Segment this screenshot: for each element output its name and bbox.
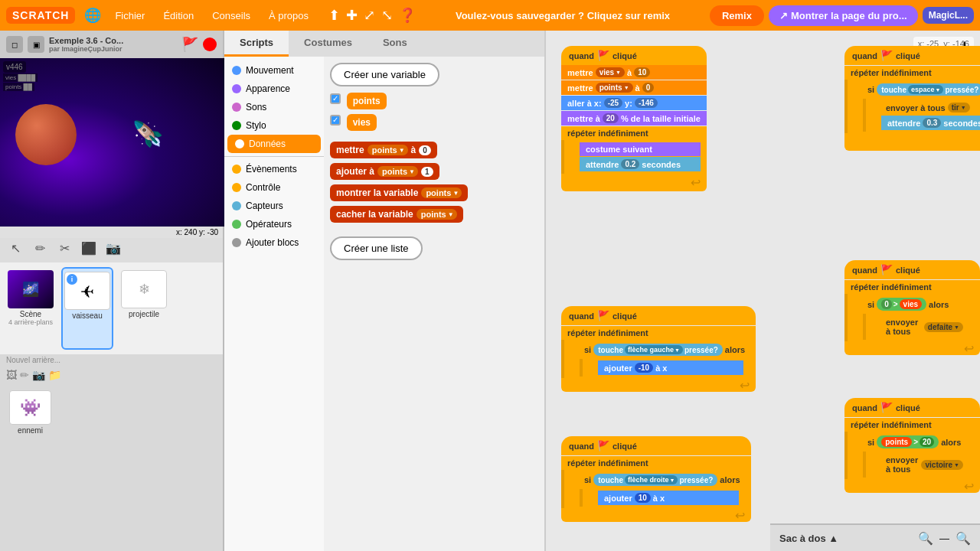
block-si-fleche-gauche[interactable]: si touche flèche gauche▼ pressée? alors [580, 341, 750, 358]
scratch-logo[interactable]: SCRATCH [6, 7, 75, 24]
expand-icon[interactable]: ⤢ [364, 7, 375, 24]
block-repeter-indefiniment-1[interactable]: répéter indéfiniment [561, 126, 707, 140]
add-icon[interactable]: ✚ [346, 7, 358, 24]
block-repeter-indefiniment-4[interactable]: répéter indéfiniment [844, 280, 980, 294]
resize-icon[interactable]: ⤡ [381, 7, 393, 24]
cat-donnees[interactable]: Données [227, 135, 321, 153]
points-dropdown2[interactable]: points [377, 166, 418, 177]
cat-ajouter[interactable]: Ajouter blocs [224, 233, 324, 252]
cat-stylo[interactable]: Stylo [224, 116, 324, 135]
green-flag-button[interactable]: 🚩 [181, 36, 198, 53]
block-si-points-20[interactable]: si points > 20 alors [863, 433, 974, 451]
cat-mouvement[interactable]: Mouvement [224, 61, 324, 80]
block-ajouter-neg10-x[interactable]: ajouter -10 à x [598, 360, 743, 375]
zoom-in-icon[interactable]: 🔍 [956, 531, 971, 546]
block-costume-suivant[interactable]: costume suivant [580, 142, 701, 156]
block-si-fleche-droite[interactable]: si touche flèche droite▼ pressée? alors [580, 471, 745, 488]
block-montrer[interactable]: montrer la variable points [330, 184, 468, 201]
add-camera-icon[interactable]: 📷 [32, 369, 45, 381]
script-group-1[interactable]: quand 🚩 cliqué mettre vies▼ à 10 mettre … [561, 46, 707, 191]
checkbox-vies[interactable] [330, 115, 341, 126]
ennemi-row: 👾 ennemi [0, 384, 223, 441]
hat-block-1[interactable]: quand 🚩 cliqué [561, 46, 707, 65]
help-icon[interactable]: ❓ [399, 7, 416, 24]
info-badge[interactable]: i [67, 274, 77, 285]
script-group-2[interactable]: quand 🚩 cliqué répéter indéfiniment si t… [844, 46, 980, 151]
copy-tool[interactable]: ⬛ [80, 241, 98, 259]
tab-scripts[interactable]: Scripts [224, 31, 289, 57]
hat-block-4[interactable]: quand 🚩 cliqué [844, 260, 980, 279]
block-attendre-1[interactable]: attendre 0.2 secondes [580, 157, 701, 171]
hat-block-6[interactable]: quand 🚩 cliqué [561, 436, 751, 455]
creer-variable-button[interactable]: Créer une variable [330, 63, 439, 86]
script-area[interactable]: x: -25 y: -146 ✈ quand 🚩 cliqué mettre v… [546, 31, 980, 551]
stage-mode-normal[interactable]: ▣ [28, 36, 44, 53]
script-group-4[interactable]: quand 🚩 cliqué répéter indéfiniment si 0… [844, 260, 980, 356]
block-ajouter[interactable]: ajouter à points 1 [330, 163, 439, 180]
cat-evenements[interactable]: Évènements [224, 160, 324, 178]
cat-operateurs[interactable]: Opérateurs [224, 215, 324, 233]
conseils-menu[interactable]: Conseils [207, 7, 255, 24]
points-dropdown[interactable]: points [368, 145, 408, 155]
block-var-vies[interactable]: vies [347, 114, 377, 131]
block-var-points[interactable]: points [347, 93, 387, 109]
sprite-item-scene[interactable]: 🌌 Scène 4 arrière-plans [5, 267, 57, 350]
block-envoyer-tir[interactable]: envoyer à tous tir▼ [881, 100, 980, 115]
fichier-menu[interactable]: Fichier [110, 7, 149, 24]
block-si-0-vies[interactable]: si 0 > vies alors [863, 295, 974, 313]
block-ajouter-10-x[interactable]: ajouter 10 à x [598, 491, 739, 505]
stage-mode-small[interactable]: ◻ [6, 36, 23, 53]
montrer-button[interactable]: ↗ Montrer la page du pro... [769, 5, 918, 26]
points-dropdown4[interactable]: points [416, 209, 457, 220]
stop-button[interactable] [203, 37, 217, 51]
block-repeter-indefiniment-6[interactable]: répéter indéfiniment [561, 456, 751, 470]
block-attendre-2[interactable]: attendre 0.3 secondes [881, 116, 980, 130]
points-dropdown3[interactable]: points [421, 187, 462, 198]
cat-sons[interactable]: Sons [224, 98, 324, 116]
tab-sons[interactable]: Sons [368, 31, 423, 57]
block-aller-xy[interactable]: aller à x: -25 y: -146 [561, 96, 707, 110]
zoom-out-icon[interactable]: 🔍 [918, 531, 933, 546]
hat-block-5[interactable]: quand 🚩 cliqué [844, 398, 980, 417]
sprite-item-projectile[interactable]: ❄ projectile [118, 267, 170, 350]
grow-tool[interactable]: 📷 [104, 241, 122, 259]
sprite-item-ennemi[interactable]: 👾 ennemi [6, 387, 54, 438]
script-group-3[interactable]: quand 🚩 cliqué répéter indéfiniment si t… [561, 306, 756, 393]
script-group-6[interactable]: quand 🚩 cliqué répéter indéfiniment si t… [561, 436, 751, 523]
add-image-icon[interactable]: 🖼 [6, 369, 17, 381]
cut-tool[interactable]: ✂ [55, 241, 74, 259]
block-ajouter-row: ajouter à points 1 [330, 163, 538, 180]
cat-apparence[interactable]: Apparence [224, 80, 324, 98]
apropos-menu[interactable]: À propos [264, 7, 313, 24]
edition-menu[interactable]: Édition [158, 7, 198, 24]
block-repeter-indefiniment-5[interactable]: répéter indéfiniment [844, 418, 980, 432]
cursor-tool[interactable]: ↖ [6, 241, 24, 259]
block-envoyer-victoire[interactable]: envoyer à tous victoire▼ [881, 453, 968, 476]
creer-liste-button[interactable]: Créer une liste [330, 236, 423, 260]
user-label[interactable]: MagicL... [923, 7, 974, 24]
sprite-item-vaisseau[interactable]: i ✈ vaisseau [61, 267, 113, 350]
hat-block-3[interactable]: quand 🚩 cliqué [561, 306, 756, 325]
cat-controle[interactable]: Contrôle [224, 178, 324, 197]
pencil-tool[interactable]: ✏ [31, 241, 49, 259]
sac-a-dos-button[interactable]: Sac à dos ▲ [779, 533, 838, 544]
block-mettre-points[interactable]: mettre points▼ à 0 [561, 80, 707, 95]
block-cacher[interactable]: cacher la variable points [330, 206, 463, 223]
block-repeter-indefiniment-2[interactable]: répéter indéfiniment [844, 66, 980, 80]
script-group-5[interactable]: quand 🚩 cliqué répéter indéfiniment si p… [844, 398, 980, 494]
block-envoyer-defaite[interactable]: envoyer à tous defaite▼ [881, 315, 968, 338]
globe-icon[interactable]: 🌐 [84, 7, 101, 24]
add-paint-icon[interactable]: ✏ [20, 369, 29, 381]
block-mettre-taille[interactable]: mettre à 20 % de la taille initiale [561, 111, 707, 126]
upload-icon[interactable]: ⬆ [328, 7, 340, 24]
block-repeter-indefiniment-3[interactable]: répéter indéfiniment [561, 326, 756, 340]
add-folder-icon[interactable]: 📁 [48, 369, 61, 381]
block-mettre-vies[interactable]: mettre vies▼ à 10 [561, 65, 707, 80]
tab-costumes[interactable]: Costumes [289, 31, 368, 57]
block-mettre-points[interactable]: mettre points à 0 [330, 142, 437, 158]
remix-button[interactable]: Remix [710, 5, 764, 26]
cat-capteurs[interactable]: Capteurs [224, 197, 324, 215]
checkbox-points[interactable] [330, 93, 341, 104]
block-si-touche-espace[interactable]: si touche espace▼ pressée? alors [863, 81, 980, 98]
hat-block-2[interactable]: quand 🚩 cliqué [844, 46, 980, 65]
